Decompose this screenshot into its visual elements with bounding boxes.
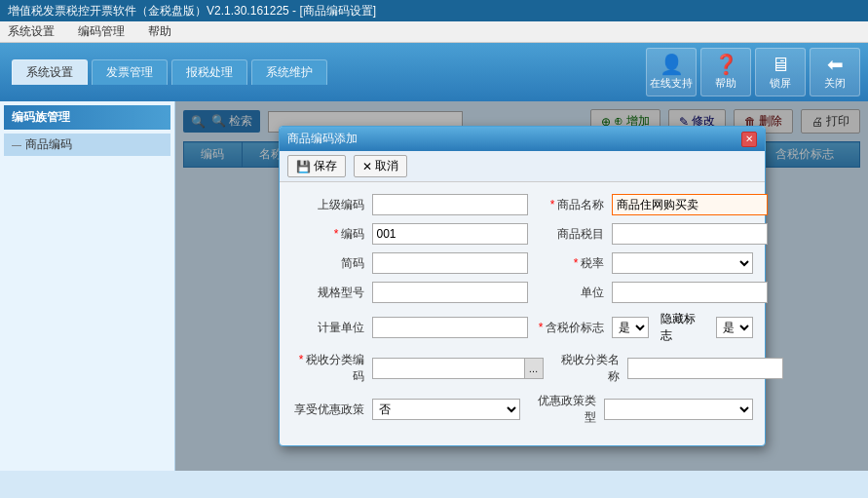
label-spec: 规格型号 [291, 285, 364, 301]
input-goods-name[interactable] [612, 194, 768, 215]
label-parent-code: 上级编码 [291, 197, 364, 213]
select-hidden-flag[interactable]: 是否 [716, 317, 753, 338]
nav-tab-system[interactable]: 系统设置 [12, 59, 88, 85]
input-tax-class-code[interactable] [372, 358, 544, 379]
form-row-3: 简码 税率 [291, 252, 753, 274]
input-unit[interactable] [612, 282, 768, 303]
tax-class-code-picker-button[interactable]: … [524, 358, 544, 379]
dialog-save-button[interactable]: 💾 保存 [287, 155, 346, 177]
label-goods-name: 商品名称 [536, 197, 604, 213]
form-row-5: 计量单位 含税价标志 是否 隐藏标志 是否 [291, 311, 753, 344]
label-short-code: 简码 [291, 255, 364, 272]
label-tax-flag: 含税价标志 [536, 320, 604, 336]
sidebar: 编码族管理 — 商品编码 [0, 101, 175, 471]
nav-tab-tax[interactable]: 报税处理 [171, 59, 247, 85]
input-short-code[interactable] [372, 252, 528, 274]
help-icon: ❓ [714, 55, 738, 74]
save-icon: 💾 [296, 160, 311, 173]
sidebar-item-goods-code[interactable]: — 商品编码 [4, 134, 170, 156]
main-area: 编码族管理 — 商品编码 🔍 🔍 检索 ⊕ ⊕ 增加 ✎ 修改 🗑 [0, 101, 868, 471]
btn-close[interactable]: ⬅ 关闭 [810, 48, 860, 96]
label-tax-rate: 税率 [536, 255, 604, 272]
nav-tab-maint[interactable]: 系统维护 [251, 59, 327, 85]
label-pref-policy: 享受优惠政策 [291, 402, 364, 418]
dialog-overlay: 商品编码添加 ✕ 💾 保存 ✕ 取消 [175, 101, 868, 471]
lock-icon: 🖥 [771, 55, 790, 74]
label-code: 编码 [291, 226, 364, 243]
form-row-7: 享受优惠政策 否是 优惠政策类型 [291, 393, 753, 426]
label-measure-unit: 计量单位 [291, 320, 364, 336]
select-pref-policy-type[interactable] [604, 399, 753, 420]
label-hidden-flag: 隐藏标志 [660, 311, 704, 344]
btn-help[interactable]: ❓ 帮助 [700, 48, 751, 96]
title-bar: 增值税发票税控开票软件（金税盘版）V2.1.30.161225 - [商品编码设… [0, 0, 868, 21]
dialog-close-icon: ✕ [745, 134, 753, 144]
nav-tab-invoice[interactable]: 发票管理 [92, 59, 168, 85]
input-measure-unit[interactable] [372, 317, 528, 338]
input-parent-code[interactable] [372, 194, 528, 215]
menu-help[interactable]: 帮助 [144, 21, 175, 42]
content-area: 🔍 🔍 检索 ⊕ ⊕ 增加 ✎ 修改 🗑 删除 🖨 打印 [175, 101, 868, 471]
arrow-icon: — [12, 139, 21, 150]
dialog-close-button[interactable]: ✕ [741, 132, 757, 147]
label-pref-policy-type: 优惠政策类型 [528, 393, 596, 426]
form-row-2: 编码 商品税目 [291, 223, 753, 245]
label-unit: 单位 [536, 285, 604, 301]
toolbar: 系统设置 发票管理 报税处理 系统维护 👤 在线支持 ❓ 帮助 🖥 锁屏 ⬅ 关… [0, 43, 868, 101]
online-support-icon: 👤 [660, 55, 684, 74]
input-spec[interactable] [372, 282, 528, 303]
dialog-title-bar: 商品编码添加 ✕ [280, 127, 765, 151]
menu-code[interactable]: 编码管理 [74, 21, 129, 42]
select-tax-flag[interactable]: 是否 [612, 317, 649, 338]
input-tax-class-name[interactable] [627, 358, 783, 379]
menu-bar: 系统设置 编码管理 帮助 [0, 21, 868, 43]
btn-online-support[interactable]: 👤 在线支持 [646, 48, 697, 96]
select-pref-policy[interactable]: 否是 [372, 399, 521, 420]
menu-system[interactable]: 系统设置 [4, 21, 58, 42]
btn-lock[interactable]: 🖥 锁屏 [755, 48, 806, 96]
label-tax-item: 商品税目 [536, 226, 604, 243]
label-tax-class-name: 税收分类名称 [551, 352, 620, 385]
label-tax-class-code: 税收分类编码 [291, 352, 364, 385]
dialog: 商品编码添加 ✕ 💾 保存 ✕ 取消 [279, 126, 766, 446]
form-row-1: 上级编码 商品名称 [291, 194, 753, 215]
dialog-cancel-button[interactable]: ✕ 取消 [354, 155, 407, 177]
dialog-form: 上级编码 商品名称 编码 商品税目 简码 [280, 182, 765, 445]
title-text: 增值税发票税控开票软件（金税盘版）V2.1.30.161225 - [商品编码设… [8, 3, 376, 19]
sidebar-title: 编码族管理 [4, 105, 170, 130]
select-tax-rate[interactable] [612, 252, 753, 274]
form-row-4: 规格型号 单位 [291, 282, 753, 303]
dialog-title: 商品编码添加 [287, 131, 358, 147]
input-tax-item[interactable] [612, 223, 768, 245]
dialog-toolbar: 💾 保存 ✕ 取消 [280, 151, 765, 182]
input-code[interactable] [372, 223, 528, 245]
cancel-icon: ✕ [362, 160, 372, 173]
close-icon: ⬅ [827, 55, 844, 74]
form-row-6: 税收分类编码 … 税收分类名称 [291, 352, 753, 385]
